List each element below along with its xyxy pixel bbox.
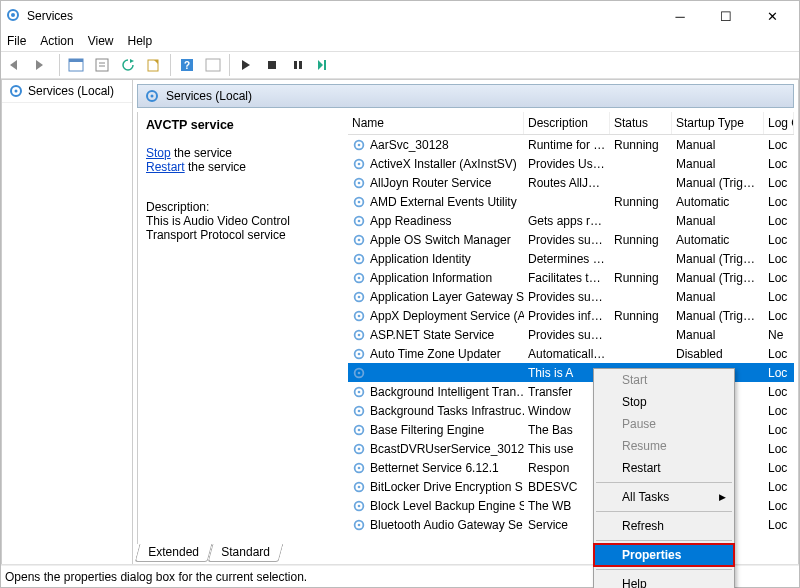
back-button[interactable]: [5, 53, 29, 77]
gear-icon: [352, 271, 366, 285]
row-description: Provides sup…: [524, 328, 610, 342]
ctx-pause[interactable]: Pause: [594, 413, 734, 435]
ctx-all-tasks[interactable]: All Tasks▶: [594, 486, 734, 508]
titlebar[interactable]: Services ─ ☐ ✕: [1, 1, 799, 31]
col-name[interactable]: Name: [348, 112, 524, 134]
start-service-button[interactable]: [234, 53, 258, 77]
row-description: Provides sup…: [524, 290, 610, 304]
close-button[interactable]: ✕: [749, 1, 795, 31]
table-row[interactable]: Application InformationFacilitates th…Ru…: [348, 268, 794, 287]
stop-service-button[interactable]: [260, 53, 284, 77]
table-row[interactable]: Apple OS Switch ManagerProvides sup…Runn…: [348, 230, 794, 249]
tab-extended[interactable]: Extended: [135, 544, 213, 562]
toolbar: ?: [1, 51, 799, 79]
tab-standard[interactable]: Standard: [207, 544, 283, 562]
forward-button[interactable]: [31, 53, 55, 77]
table-row[interactable]: App ReadinessGets apps re…ManualLoc: [348, 211, 794, 230]
table-row[interactable]: ASP.NET State ServiceProvides sup…Manual…: [348, 325, 794, 344]
row-status: Running: [610, 233, 672, 247]
table-row[interactable]: Auto Time Zone UpdaterAutomaticall…Disab…: [348, 344, 794, 363]
svg-point-40: [358, 276, 361, 279]
col-description[interactable]: Description: [524, 112, 610, 134]
row-name: Background Intelligent Tran…: [370, 385, 524, 399]
row-startup: Manual (Trigg…: [672, 252, 764, 266]
row-startup: Manual (Trigg…: [672, 309, 764, 323]
table-row[interactable]: AMD External Events UtilityRunningAutoma…: [348, 192, 794, 211]
show-hide-tree-button[interactable]: [64, 53, 88, 77]
gear-icon: [352, 157, 366, 171]
svg-marker-15: [242, 60, 250, 70]
row-startup: Manual: [672, 138, 764, 152]
row-status: Running: [610, 138, 672, 152]
row-logon: Loc: [764, 271, 794, 285]
export-button[interactable]: [142, 53, 166, 77]
table-row[interactable]: AllJoyn Router ServiceRoutes AllJo…Manua…: [348, 173, 794, 192]
ctx-stop[interactable]: Stop: [594, 391, 734, 413]
row-description: Provides infr…: [524, 309, 610, 323]
svg-point-56: [358, 428, 361, 431]
window-title: Services: [27, 9, 73, 23]
ctx-help[interactable]: Help: [594, 573, 734, 588]
gear-icon: [352, 252, 366, 266]
row-name: Block Level Backup Engine S…: [370, 499, 524, 513]
menu-view[interactable]: View: [88, 34, 114, 48]
svg-point-54: [358, 409, 361, 412]
row-startup: Manual: [672, 157, 764, 171]
svg-point-48: [358, 352, 361, 355]
menu-file[interactable]: File: [7, 34, 26, 48]
row-logon: Loc: [764, 157, 794, 171]
row-description: Provides sup…: [524, 233, 610, 247]
col-status[interactable]: Status: [610, 112, 672, 134]
row-description: Gets apps re…: [524, 214, 610, 228]
svg-point-52: [358, 390, 361, 393]
row-logon: Loc: [764, 423, 794, 437]
row-logon: Loc: [764, 518, 794, 532]
svg-point-46: [358, 333, 361, 336]
refresh-button[interactable]: [116, 53, 140, 77]
table-row[interactable]: AarSvc_30128Runtime for …RunningManualLo…: [348, 135, 794, 154]
help-button[interactable]: ?: [175, 53, 199, 77]
row-logon: Loc: [764, 176, 794, 190]
svg-point-64: [358, 504, 361, 507]
table-row[interactable]: AppX Deployment Service (A…Provides infr…: [348, 306, 794, 325]
gear-icon: [352, 195, 366, 209]
row-name: Apple OS Switch Manager: [370, 233, 511, 247]
table-row[interactable]: ActiveX Installer (AxInstSV)Provides Use…: [348, 154, 794, 173]
row-status: Running: [610, 195, 672, 209]
row-name: Application Information: [370, 271, 492, 285]
maximize-button[interactable]: ☐: [703, 1, 749, 31]
gear-icon: [352, 176, 366, 190]
menu-help[interactable]: Help: [128, 34, 153, 48]
help-topics-button[interactable]: [201, 53, 225, 77]
svg-point-66: [358, 523, 361, 526]
svg-marker-9: [130, 59, 134, 63]
ctx-start[interactable]: Start: [594, 369, 734, 391]
col-startup-type[interactable]: Startup Type: [672, 112, 764, 134]
row-startup: Manual: [672, 214, 764, 228]
ctx-resume[interactable]: Resume: [594, 435, 734, 457]
row-name: Application Identity: [370, 252, 471, 266]
col-logon[interactable]: Log On As: [764, 112, 794, 134]
stop-link[interactable]: Stop: [146, 146, 171, 160]
description-label: Description:: [146, 200, 339, 214]
row-logon: Loc: [764, 385, 794, 399]
ctx-restart[interactable]: Restart: [594, 457, 734, 479]
minimize-button[interactable]: ─: [657, 1, 703, 31]
ctx-properties[interactable]: Properties: [594, 544, 734, 566]
tree-pane: Services (Local): [1, 79, 133, 564]
pause-service-button[interactable]: [286, 53, 310, 77]
table-row[interactable]: Application IdentityDetermines …Manual (…: [348, 249, 794, 268]
row-name: BcastDVRUserService_30128: [370, 442, 524, 456]
ctx-refresh[interactable]: Refresh: [594, 515, 734, 537]
svg-point-36: [358, 238, 361, 241]
row-description: Routes AllJo…: [524, 176, 610, 190]
restart-service-button[interactable]: [312, 53, 336, 77]
restart-link[interactable]: Restart: [146, 160, 185, 174]
menu-action[interactable]: Action: [40, 34, 73, 48]
svg-point-28: [358, 162, 361, 165]
gear-icon: [352, 442, 366, 456]
tree-node-services-local[interactable]: Services (Local): [2, 80, 132, 103]
properties-button[interactable]: [90, 53, 114, 77]
table-row[interactable]: Application Layer Gateway S…Provides sup…: [348, 287, 794, 306]
svg-point-30: [358, 181, 361, 184]
